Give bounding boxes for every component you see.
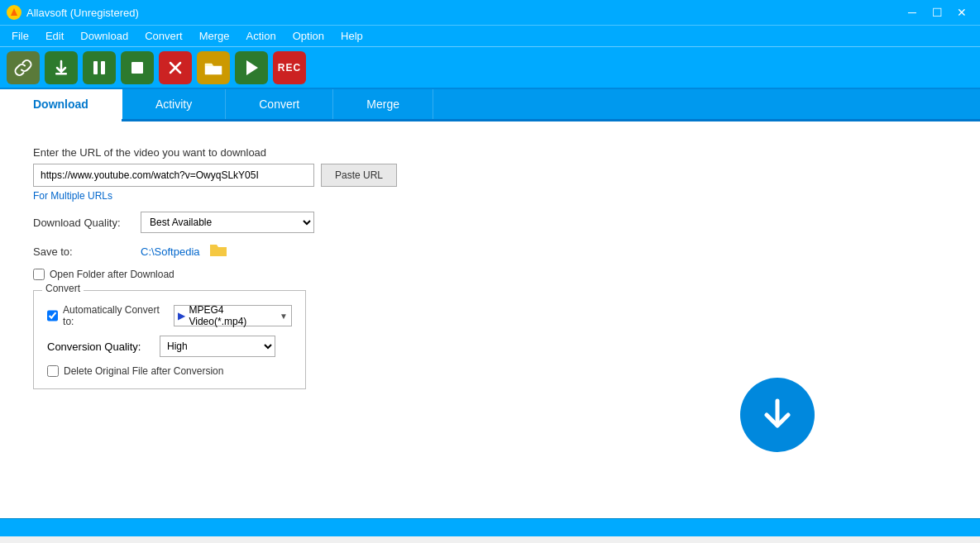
statusbar [0,518,980,536]
auto-convert-checkbox[interactable] [47,310,58,322]
delete-original-row: Delete Original File after Conversion [47,365,292,377]
play-button[interactable] [235,51,268,84]
main-content: Enter the URL of the video you want to d… [0,121,980,518]
svg-rect-5 [131,62,143,74]
auto-convert-row: Automatically Convert to: ▶ MPEG4 Video(… [47,304,292,327]
url-label: Enter the URL of the video you want to d… [33,146,947,159]
menu-help[interactable]: Help [332,27,371,45]
big-download-button[interactable] [740,378,815,452]
tab-convert[interactable]: Convert [226,89,333,119]
auto-convert-label: Automatically Convert to: [63,304,165,327]
browse-folder-button[interactable] [208,241,228,262]
svg-marker-8 [246,60,258,75]
pause-button[interactable] [83,51,116,84]
url-input[interactable] [33,164,314,187]
app-icon [7,5,22,20]
conversion-quality-label: Conversion Quality: [47,341,155,353]
open-folder-button[interactable] [197,51,230,84]
save-path-link[interactable]: C:\Softpedia [141,245,200,258]
tab-download[interactable]: Download [0,89,122,119]
convert-group-legend: Convert [42,283,84,294]
open-folder-checkbox-row: Open Folder after Download [33,269,947,280]
big-download-icon [757,394,798,436]
quality-select[interactable]: Best Available 1080p 720p 480p 360p 240p [141,212,314,233]
rec-label: REC [278,62,301,74]
url-row: Paste URL [33,164,947,187]
tab-activity[interactable]: Activity [122,89,226,119]
menubar: File Edit Download Convert Merge Action … [0,25,980,46]
close-button[interactable]: ✕ [950,4,973,21]
menu-option[interactable]: Option [284,27,332,45]
format-value: MPEG4 Video(*.mp4) [189,304,276,327]
format-icon: ▶ [178,310,185,322]
convert-group: Convert Automatically Convert to: ▶ MPEG… [33,290,306,389]
conversion-quality-select[interactable]: High Medium Low [160,336,275,357]
open-folder-label: Open Folder after Download [50,269,174,280]
svg-rect-4 [101,61,105,74]
quality-label: Download Quality: [33,217,141,229]
menu-download[interactable]: Download [72,27,136,45]
start-download-button[interactable] [45,51,78,84]
svg-rect-2 [55,73,67,75]
minimize-button[interactable]: ─ [901,4,924,21]
titlebar: Allavsoft (Unregistered) ─ ☐ ✕ [0,0,980,25]
delete-original-checkbox[interactable] [47,365,59,377]
record-button[interactable]: REC [273,51,306,84]
save-to-label: Save to: [33,245,141,258]
window-controls: ─ ☐ ✕ [901,4,973,21]
save-to-row: Save to: C:\Softpedia [33,241,947,262]
format-select[interactable]: ▶ MPEG4 Video(*.mp4) ▼ [174,305,292,326]
maximize-button[interactable]: ☐ [925,4,949,21]
paste-url-button[interactable]: Paste URL [321,164,397,187]
tab-bar: Download Activity Convert Merge [0,89,980,121]
svg-rect-3 [93,61,98,74]
delete-original-label: Delete Original File after Conversion [64,365,223,377]
menu-action[interactable]: Action [238,27,284,45]
quality-row: Download Quality: Best Available 1080p 7… [33,212,947,233]
cancel-button[interactable] [159,51,192,84]
add-url-button[interactable] [7,51,40,84]
menu-merge[interactable]: Merge [191,27,238,45]
titlebar-left: Allavsoft (Unregistered) [7,5,139,20]
stop-button[interactable] [121,51,154,84]
menu-file[interactable]: File [3,27,37,45]
open-folder-checkbox[interactable] [33,269,45,280]
multiple-urls-link[interactable]: For Multiple URLs [33,190,947,202]
app-title: Allavsoft (Unregistered) [26,7,139,19]
download-form: Enter the URL of the video you want to d… [0,121,980,518]
tab-merge[interactable]: Merge [333,89,433,119]
conversion-quality-row: Conversion Quality: High Medium Low [47,336,292,357]
toolbar: REC [0,46,980,89]
format-dropdown-arrow: ▼ [280,312,288,321]
menu-edit[interactable]: Edit [37,27,72,45]
menu-convert[interactable]: Convert [136,27,191,45]
